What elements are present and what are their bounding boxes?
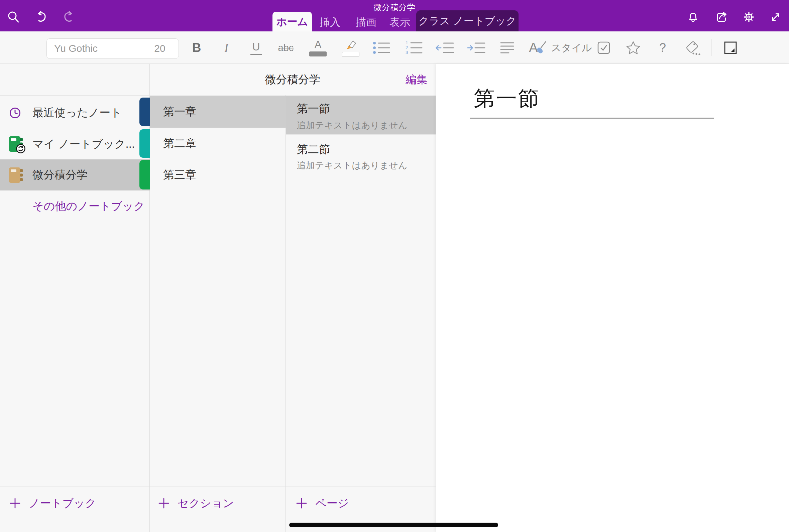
- settings-gear-icon[interactable]: [741, 10, 756, 25]
- numbered-list-button[interactable]: 123: [404, 36, 424, 59]
- style-brush-icon: A: [529, 40, 547, 55]
- notebook-icon-tan: [9, 167, 23, 183]
- font-color-button[interactable]: A: [308, 36, 328, 59]
- pages-column: 第一節 追加テキストはありません 第二節 追加テキストはありません: [286, 95, 436, 532]
- plus-icon: [158, 498, 169, 509]
- italic-button[interactable]: I: [216, 36, 237, 59]
- bullet-list-button[interactable]: [372, 36, 392, 59]
- bold-button[interactable]: B: [187, 36, 207, 59]
- outdent-icon: [435, 40, 454, 55]
- section-row-chapter-3[interactable]: 第三章: [150, 159, 286, 190]
- page-row-section-1[interactable]: 第一節 追加テキストはありません: [286, 96, 436, 134]
- formatting-toolbar: Yu Gothic 20 B I U abc A 123: [0, 32, 789, 64]
- notebooks-sidebar: 最近使ったノート マイ ノートブック... 微分積分学 そ: [0, 64, 150, 532]
- add-page-button[interactable]: ページ: [296, 489, 349, 518]
- page-panel-icon: [723, 40, 738, 55]
- highlighter-button[interactable]: [341, 36, 361, 59]
- more-notebooks-link[interactable]: その他のノートブック: [33, 190, 145, 222]
- font-name-value[interactable]: Yu Gothic: [47, 39, 141, 58]
- outdent-button[interactable]: [435, 36, 455, 59]
- indent-button[interactable]: [466, 36, 486, 59]
- section-row-chapter-1[interactable]: 第一章: [150, 96, 286, 128]
- alignment-icon: [500, 41, 514, 54]
- toolbar-divider: [711, 39, 711, 56]
- page-title-underline: [470, 118, 714, 119]
- document-title: 微分積分学: [0, 2, 789, 13]
- sidebar-item-calculus-notebook[interactable]: 微分積分学: [0, 159, 150, 190]
- sidebar-item-recent-notes[interactable]: 最近使ったノート: [0, 97, 150, 129]
- svg-text:2: 2: [406, 45, 408, 50]
- todo-checkbox-icon: [597, 41, 611, 55]
- tab-class-notebook[interactable]: クラス ノートブック: [416, 11, 519, 32]
- svg-text:1: 1: [406, 40, 408, 45]
- notebook-color-tab-blue: [139, 98, 150, 126]
- underline-button[interactable]: U: [246, 36, 266, 59]
- edit-button[interactable]: 編集: [406, 64, 428, 95]
- font-color-swatch: [309, 52, 327, 56]
- highlighter-icon: [344, 39, 357, 51]
- list-header-title: 微分積分学: [150, 64, 436, 95]
- tag-button[interactable]: [683, 36, 703, 59]
- share-icon[interactable]: [714, 10, 730, 25]
- sync-badge-icon: [15, 144, 26, 154]
- notebook-list-header: 微分積分学 編集: [150, 64, 436, 95]
- page-panel-toggle-button[interactable]: [720, 36, 740, 59]
- add-notebook-button[interactable]: ノートブック: [10, 489, 96, 518]
- bullet-list-icon: [372, 40, 391, 55]
- editor-page-title[interactable]: 第一節: [474, 84, 540, 113]
- top-app-bar: 微分積分学 ホーム 挿入 描画 表示 クラス ノートブック: [0, 0, 789, 32]
- todo-checkbox-button[interactable]: [594, 36, 614, 59]
- sidebar-item-my-notebooks[interactable]: マイ ノートブック...: [0, 129, 150, 159]
- page-row-section-2[interactable]: 第二節 追加テキストはありません: [286, 135, 436, 174]
- notebook-color-tab-green: [139, 160, 150, 189]
- indent-icon: [466, 40, 486, 55]
- star-tag-button[interactable]: [623, 36, 643, 59]
- tab-home[interactable]: ホーム: [273, 12, 312, 32]
- star-icon: [625, 40, 641, 55]
- plus-icon: [10, 498, 21, 509]
- strikethrough-button[interactable]: abc: [276, 36, 296, 59]
- notifications-bell-icon[interactable]: [685, 10, 701, 25]
- font-size-value[interactable]: 20: [141, 39, 179, 58]
- notebook-color-tab-teal: [139, 129, 150, 158]
- numbered-list-icon: 123: [405, 40, 423, 55]
- alignment-button[interactable]: [497, 36, 517, 59]
- tag-icon: [685, 40, 701, 55]
- page-editor-canvas[interactable]: [436, 64, 789, 532]
- sections-column: 第一章 第二章 第三章: [150, 95, 286, 532]
- section-row-chapter-2[interactable]: 第二章: [150, 128, 286, 159]
- fullscreen-expand-icon[interactable]: [768, 10, 783, 25]
- footer-separator: [0, 487, 436, 487]
- svg-text:3: 3: [406, 50, 408, 55]
- home-indicator-bar[interactable]: [289, 522, 498, 527]
- tab-insert[interactable]: 挿入: [315, 16, 345, 29]
- highlight-color-swatch: [342, 52, 359, 57]
- styles-button[interactable]: A スタイル: [529, 36, 592, 59]
- font-picker[interactable]: Yu Gothic 20: [46, 38, 179, 59]
- svg-text:A: A: [529, 40, 538, 55]
- help-button[interactable]: ?: [653, 36, 673, 59]
- add-section-button[interactable]: セクション: [158, 489, 234, 518]
- plus-icon: [296, 498, 307, 509]
- clock-icon: [9, 107, 21, 119]
- tab-draw[interactable]: 描画: [351, 16, 381, 29]
- styles-label: スタイル: [551, 41, 592, 55]
- tab-view[interactable]: 表示: [385, 16, 415, 29]
